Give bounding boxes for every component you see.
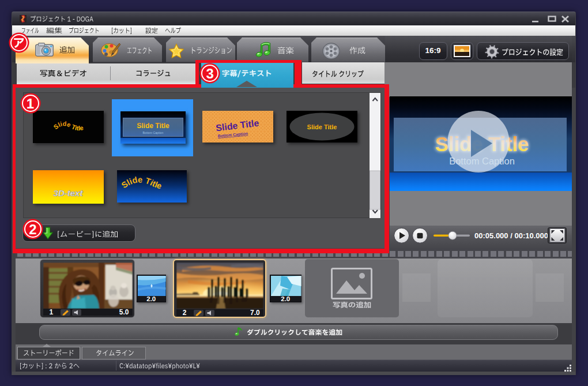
svg-text:Slide Title: Slide Title xyxy=(137,122,169,130)
svg-text:Slide Title: Slide Title xyxy=(120,175,163,190)
svg-text:Bottom Caption: Bottom Caption xyxy=(143,131,164,134)
svg-text:Slide Title: Slide Title xyxy=(52,120,84,132)
svg-text:Bottom Caption: Bottom Caption xyxy=(449,156,515,166)
svg-text:3D-text: 3D-text xyxy=(54,188,84,198)
svg-text:Slide Title: Slide Title xyxy=(307,123,337,130)
